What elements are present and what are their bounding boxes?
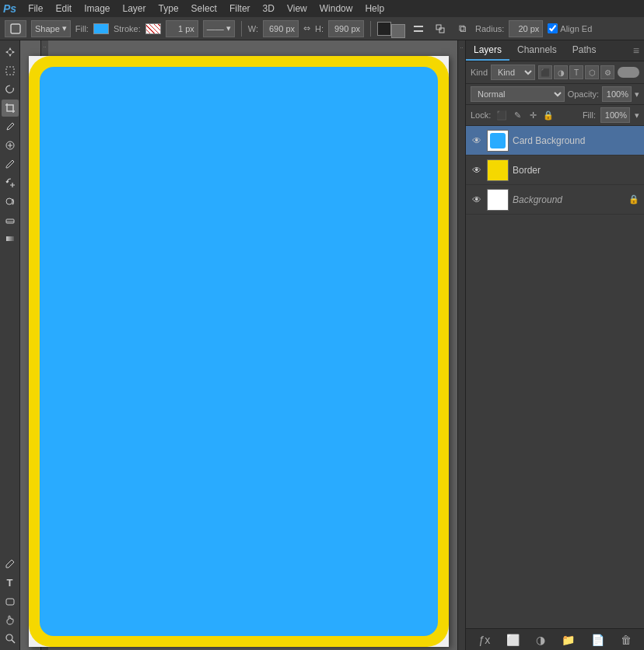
layer-visibility-border[interactable]: 👁 [471, 164, 483, 176]
rectangle-select-tool[interactable] [2, 62, 19, 79]
tab-layers[interactable]: Layers [466, 40, 509, 61]
move-tool[interactable] [2, 44, 19, 61]
menu-view[interactable]: View [282, 2, 313, 16]
stroke-style-dropdown[interactable]: —— ▾ [203, 20, 235, 37]
eraser-tool[interactable] [2, 211, 19, 229]
text-tool[interactable]: T [2, 574, 19, 591]
filter-toggle[interactable] [618, 67, 639, 78]
stroke-color-swatch[interactable] [145, 23, 161, 34]
clone-stamp-tool[interactable] [2, 174, 19, 191]
brush-tool[interactable] [2, 156, 19, 173]
radius-label: Radius: [475, 24, 504, 33]
blend-mode-dropdown[interactable]: Normal Multiply Screen Overlay [471, 86, 565, 102]
filter-text-icon[interactable]: T [569, 65, 583, 79]
new-group-btn[interactable]: 📁 [562, 634, 575, 646]
height-input[interactable]: 990 px [328, 20, 364, 37]
canvas-card-background [40, 67, 438, 636]
layer-name-card-bg: Card Background [513, 135, 639, 146]
opacity-input[interactable]: 100% [602, 86, 632, 102]
opacity-chevron[interactable]: ▾ [635, 89, 639, 100]
filter-pixel-icon[interactable]: ⬛ [538, 65, 552, 79]
svg-point-12 [6, 634, 12, 641]
svg-point-8 [6, 198, 12, 204]
filter-smart-icon[interactable]: ⚙ [600, 65, 614, 79]
layer-item-border[interactable]: 👁 Border [466, 156, 644, 185]
fill-chevron[interactable]: ▾ [635, 110, 639, 121]
filter-adjustment-icon[interactable]: ◑ [554, 65, 568, 79]
crop-tool[interactable] [2, 100, 19, 117]
layer-thumbnail-background [487, 189, 509, 211]
menu-file[interactable]: File [23, 2, 48, 16]
path-arrangement-icon[interactable]: ⧉ [453, 20, 471, 37]
svg-rect-4 [439, 28, 444, 33]
palette-bottom-tools: T [2, 555, 19, 650]
menu-image[interactable]: Image [79, 2, 115, 16]
ps-logo: Ps [3, 2, 16, 15]
zoom-tool[interactable] [2, 630, 19, 647]
layer-item-card-background[interactable]: 👁 Card Background [466, 126, 644, 156]
right-panel-collapse[interactable]: ·· [457, 40, 465, 650]
new-layer-btn[interactable]: 📄 [591, 634, 604, 646]
layer-thumbnail-card-bg [487, 130, 509, 152]
svg-rect-2 [414, 30, 423, 32]
tab-channels[interactable]: Channels [509, 40, 565, 61]
shape-tool-icon[interactable] [5, 20, 26, 37]
stroke-label: Stroke: [114, 24, 141, 33]
svg-rect-0 [11, 24, 20, 33]
path-operations-icon[interactable] [432, 20, 449, 37]
background-color[interactable] [391, 24, 405, 38]
menu-filter[interactable]: Filter [224, 2, 256, 16]
stroke-width-input[interactable]: 1 px [166, 20, 198, 37]
lasso-tool[interactable] [2, 81, 19, 98]
pen-tool[interactable] [2, 555, 19, 572]
add-mask-btn[interactable]: ⬜ [506, 634, 520, 646]
menu-select[interactable]: Select [186, 2, 222, 16]
add-layer-style-btn[interactable]: ƒx [478, 634, 490, 646]
shape-tool-palette[interactable] [2, 592, 19, 610]
shape-type-dropdown[interactable]: Shape ▾ [31, 20, 71, 37]
lock-position-icon[interactable]: ✛ [527, 109, 539, 121]
menu-help[interactable]: Help [359, 2, 390, 16]
panel-menu-icon[interactable]: ≡ [628, 41, 644, 60]
layer-visibility-card-bg[interactable]: 👁 [471, 135, 483, 147]
history-brush-tool[interactable] [2, 193, 19, 210]
width-input[interactable]: 690 px [263, 20, 299, 37]
lock-label: Lock: [471, 110, 491, 120]
layer-visibility-background[interactable]: 👁 [471, 194, 483, 206]
lock-pixels-icon[interactable]: ⬛ [495, 109, 508, 121]
menu-edit[interactable]: Edit [50, 2, 77, 16]
collapse-dots: ·· [43, 44, 46, 51]
fill-label: Fill: [75, 24, 89, 33]
radius-input[interactable]: 20 px [509, 20, 543, 37]
foreground-color[interactable] [377, 22, 391, 36]
left-tool-palette: T [0, 40, 20, 650]
gradient-tool[interactable] [2, 230, 19, 247]
svg-rect-11 [6, 599, 14, 605]
align-edges-checkbox[interactable] [548, 23, 558, 33]
hand-tool[interactable] [2, 611, 19, 628]
svg-rect-1 [414, 26, 423, 27]
new-fill-adjustment-btn[interactable]: ◑ [536, 634, 545, 646]
blend-opacity-row: Normal Multiply Screen Overlay Opacity: … [466, 84, 644, 105]
delete-layer-btn[interactable]: 🗑 [621, 634, 632, 646]
panel-tab-group: Layers Channels Paths [466, 40, 604, 61]
toolbar-separator-2 [370, 21, 371, 37]
link-icon[interactable]: ⇔ [303, 23, 310, 33]
menu-layer[interactable]: Layer [117, 2, 152, 16]
filter-shape-icon[interactable]: ⬡ [585, 65, 599, 79]
eyedropper-tool[interactable] [2, 118, 19, 135]
menu-type[interactable]: Type [153, 2, 184, 16]
menu-3d[interactable]: 3D [257, 2, 280, 16]
fill-color-swatch[interactable] [93, 23, 109, 34]
fill-input[interactable]: 100% [600, 107, 630, 123]
tab-paths[interactable]: Paths [565, 40, 604, 61]
menu-window[interactable]: Window [314, 2, 359, 16]
layer-item-background[interactable]: 👁 Background 🔒 [466, 185, 644, 215]
healing-tool[interactable] [2, 137, 19, 154]
layer-thumbnail-border [487, 159, 509, 181]
align-edges-label[interactable]: Align Ed [548, 23, 592, 33]
filter-dropdown[interactable]: Kind [491, 65, 535, 80]
lock-image-icon[interactable]: ✎ [511, 109, 523, 121]
lock-all-icon[interactable]: 🔒 [542, 109, 555, 121]
align-layers-icon[interactable] [410, 20, 427, 37]
